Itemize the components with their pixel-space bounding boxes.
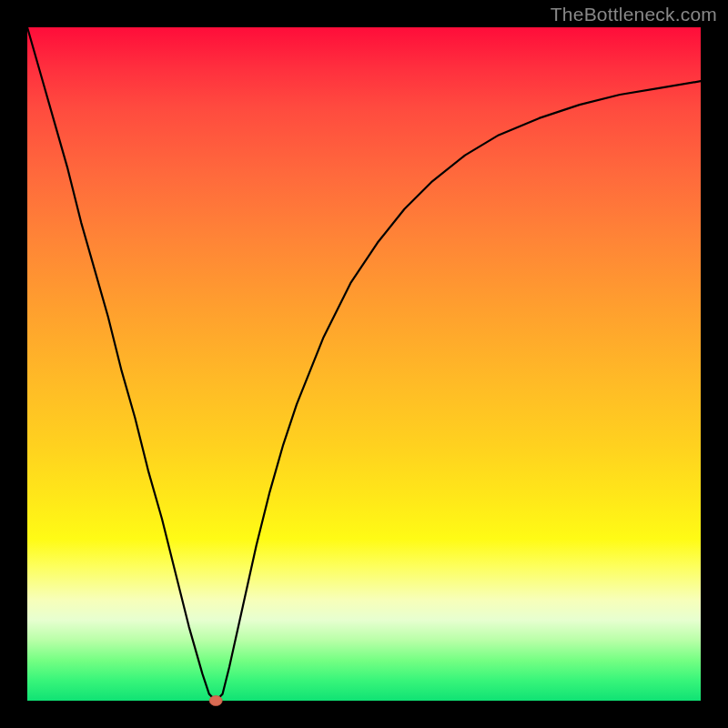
chart-frame: TheBottleneck.com <box>0 0 728 728</box>
plot-area <box>27 27 701 701</box>
watermark-text: TheBottleneck.com <box>551 4 717 25</box>
optimal-point-marker <box>209 696 222 706</box>
bottleneck-curve <box>27 27 701 701</box>
chart-svg <box>27 27 701 701</box>
